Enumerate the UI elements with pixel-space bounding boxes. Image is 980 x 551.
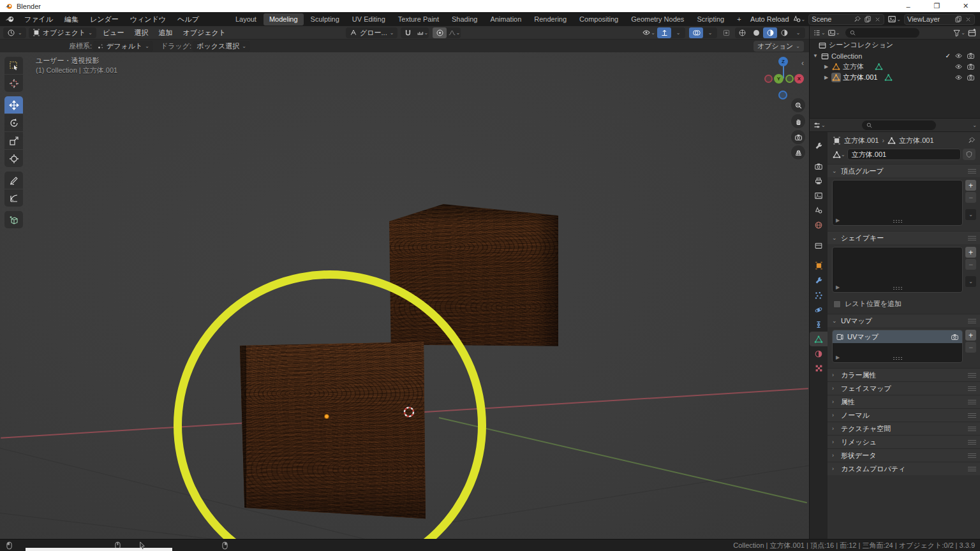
- scene-browse-button[interactable]: ⌄: [792, 15, 806, 24]
- properties-search-input[interactable]: [875, 121, 932, 129]
- shading-rendered-button[interactable]: [777, 27, 791, 38]
- menu-render[interactable]: レンダー: [84, 12, 124, 26]
- blender-menu-logo-icon[interactable]: [5, 15, 15, 23]
- collection-checkbox[interactable]: ✓: [946, 52, 951, 59]
- tab-shading[interactable]: Shading: [446, 13, 483, 26]
- geometry-data-panel-header[interactable]: ›形状データ: [828, 448, 980, 462]
- active-render-camera-icon[interactable]: [951, 333, 959, 341]
- custom-properties-panel-header[interactable]: ›カスタムプロパティ: [828, 462, 980, 475]
- shading-wireframe-button[interactable]: [735, 27, 749, 38]
- outliner-editor-type-button[interactable]: ⌄: [813, 29, 826, 37]
- menu-help[interactable]: ヘルプ: [172, 12, 205, 26]
- props-tab-particles[interactable]: [810, 288, 828, 302]
- xray-toggle-button[interactable]: [719, 27, 733, 38]
- visibility-dropdown[interactable]: ⌄: [642, 28, 655, 37]
- add-vertex-group-button[interactable]: +: [965, 180, 976, 191]
- shading-material-preview-button[interactable]: [763, 27, 777, 38]
- vertex-groups-panel-header[interactable]: ⌄ 頂点グループ: [828, 164, 980, 177]
- add-cube-tool[interactable]: [4, 211, 23, 228]
- add-workspace-button[interactable]: +: [731, 13, 746, 26]
- maximize-button[interactable]: ❐: [923, 0, 951, 12]
- props-tab-output[interactable]: [810, 173, 828, 188]
- props-tab-texture[interactable]: [810, 361, 828, 376]
- scene-collection-label[interactable]: シーンコレクション: [829, 40, 893, 50]
- menu-object[interactable]: オブジェクト: [177, 28, 231, 38]
- outliner-search-input[interactable]: [858, 29, 916, 36]
- panel-grip-icon[interactable]: [968, 400, 976, 404]
- panel-grip-icon[interactable]: [968, 467, 976, 471]
- breadcrumb-object[interactable]: 立方体.001: [844, 136, 879, 145]
- add-shape-key-button[interactable]: +: [965, 247, 976, 258]
- mesh-name-input[interactable]: 立方体.001: [847, 149, 961, 160]
- panel-grip-icon[interactable]: [968, 386, 976, 391]
- outliner-search[interactable]: [845, 28, 919, 38]
- hide-eye-icon[interactable]: [954, 52, 963, 60]
- props-tab-material[interactable]: [810, 346, 828, 361]
- gizmo-axis-z-neg[interactable]: [778, 91, 787, 99]
- filter-button[interactable]: ⌄: [953, 29, 965, 37]
- tab-texture-paint[interactable]: Texture Paint: [392, 13, 445, 26]
- attributes-panel-header[interactable]: ›属性: [828, 395, 980, 408]
- panel-grip-icon[interactable]: [968, 169, 976, 173]
- outliner-row-collection[interactable]: ▼ Collection ✓: [810, 50, 980, 61]
- add-uv-map-button[interactable]: +: [965, 330, 976, 341]
- shading-solid-button[interactable]: [749, 27, 763, 38]
- scale-tool[interactable]: [4, 132, 23, 149]
- menu-edit[interactable]: 編集: [59, 12, 84, 26]
- gizmo-axis-x-neg[interactable]: [764, 75, 773, 83]
- copy-viewlayer-icon[interactable]: [954, 15, 962, 23]
- close-button[interactable]: ✕: [951, 0, 980, 12]
- measure-tool[interactable]: [4, 189, 23, 207]
- render-visibility-icon[interactable]: [967, 62, 975, 71]
- move-tool[interactable]: [4, 96, 23, 114]
- expand-triangle-icon[interactable]: ▶: [823, 75, 829, 80]
- list-resize-grip-icon[interactable]: [893, 219, 903, 223]
- render-visibility-icon[interactable]: [967, 52, 975, 60]
- navigation-gizmo[interactable]: Z Y X: [761, 55, 806, 101]
- expand-triangle-icon[interactable]: ▶: [836, 217, 840, 223]
- zoom-button[interactable]: [791, 98, 805, 112]
- pin-icon[interactable]: [968, 136, 976, 144]
- outliner-row-scene-collection[interactable]: シーンコレクション: [810, 40, 980, 50]
- props-tab-world[interactable]: [810, 217, 828, 232]
- fake-user-button[interactable]: [963, 149, 976, 160]
- normals-panel-header[interactable]: ›ノーマル: [828, 408, 980, 422]
- expand-triangle-icon[interactable]: ▶: [836, 355, 840, 360]
- pan-button[interactable]: [791, 114, 805, 128]
- new-collection-button[interactable]: [967, 28, 977, 38]
- gizmo-axis-z[interactable]: Z: [778, 57, 788, 66]
- remove-vertex-group-button[interactable]: −: [965, 192, 976, 203]
- transform-orientation-dropdown[interactable]: グロー...⌄: [346, 27, 397, 38]
- props-tab-object-data[interactable]: [810, 332, 828, 346]
- breadcrumb-data[interactable]: 立方体.001: [899, 136, 933, 145]
- gizmo-settings-button[interactable]: ⌄: [671, 27, 685, 38]
- props-tab-collection[interactable]: [810, 238, 828, 253]
- scene-name-field[interactable]: Scene: [808, 14, 884, 25]
- outliner-row-cube[interactable]: ▶ 立方体: [810, 61, 980, 72]
- cube-001-label[interactable]: 立方体.001: [843, 73, 877, 82]
- properties-editor-type-button[interactable]: ⌄: [813, 121, 826, 129]
- render-visibility-icon[interactable]: [967, 73, 975, 82]
- tab-animation[interactable]: Animation: [484, 13, 527, 26]
- annotate-tool[interactable]: [4, 172, 23, 189]
- panel-grip-icon[interactable]: [968, 319, 976, 323]
- menu-select[interactable]: 選択: [129, 28, 153, 38]
- expand-triangle-icon[interactable]: ▶: [823, 64, 829, 70]
- props-tab-constraints[interactable]: [810, 317, 828, 332]
- panel-grip-icon[interactable]: [968, 236, 976, 240]
- list-resize-grip-icon[interactable]: [893, 286, 903, 290]
- props-tab-scene[interactable]: [810, 203, 828, 217]
- vertex-groups-list[interactable]: ▶: [832, 180, 963, 226]
- menu-view[interactable]: ビュー: [98, 28, 130, 38]
- gizmo-axis-y[interactable]: Y: [774, 74, 783, 84]
- uv-maps-panel-header[interactable]: ⌄ UVマップ: [828, 314, 980, 327]
- overlays-settings-button[interactable]: ⌄: [703, 27, 717, 38]
- hide-eye-icon[interactable]: [954, 62, 963, 71]
- tab-layout[interactable]: Layout: [230, 13, 262, 26]
- props-tab-tool[interactable]: [810, 138, 828, 153]
- snap-settings-button[interactable]: ⌄: [415, 27, 429, 38]
- shading-settings-button[interactable]: ⌄: [791, 27, 805, 38]
- rest-position-label[interactable]: レスト位置を追加: [845, 299, 902, 309]
- show-gizmo-button[interactable]: [657, 27, 671, 38]
- tab-rendering[interactable]: Rendering: [528, 13, 572, 26]
